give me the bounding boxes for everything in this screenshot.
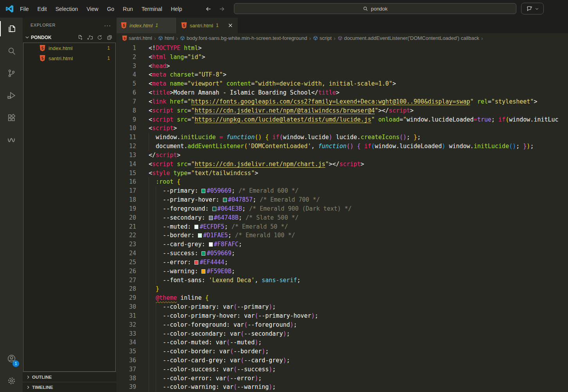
new-file-icon[interactable] bbox=[77, 34, 83, 41]
section-label: OUTLINE bbox=[32, 375, 52, 379]
code-line[interactable]: 35 --color-border: var(--border); bbox=[117, 347, 568, 356]
breadcrumb-item[interactable]: body.font-sans.bg-white.min-h-screen.tex… bbox=[180, 35, 307, 41]
code-line[interactable]: 36 --color-card-grey: var(--card-grey); bbox=[117, 356, 568, 365]
menu-help[interactable]: Help bbox=[167, 4, 187, 14]
code-line[interactable]: 33 --color-secondary: var(--secondary); bbox=[117, 329, 568, 338]
line-number: 16 bbox=[117, 177, 136, 186]
tab-santri.html[interactable]: 5santri.html1 bbox=[177, 18, 238, 33]
code-line[interactable]: 11 window.initLucide = function() { if(w… bbox=[117, 133, 568, 142]
code-line[interactable]: 2<html lang="id"> bbox=[117, 53, 568, 62]
indent-guide bbox=[156, 320, 156, 329]
code-line[interactable]: 1<!DOCTYPE html> bbox=[117, 44, 568, 53]
close-icon[interactable] bbox=[227, 22, 234, 29]
section-timeline[interactable]: TIMELINE bbox=[23, 382, 117, 392]
activity-item-extensions[interactable] bbox=[0, 107, 23, 129]
code-line[interactable]: 39 --color-warning: var(--warning); bbox=[117, 383, 568, 392]
code-line[interactable]: 5<meta name="viewport" content="width=de… bbox=[117, 79, 568, 88]
tab-label: santri.html bbox=[190, 23, 213, 29]
code-line[interactable]: 16 :root { bbox=[117, 177, 568, 186]
code-line[interactable]: 23 --card-grey: #F8FAFC; bbox=[117, 240, 568, 249]
command-center-search[interactable]: pondok bbox=[234, 3, 516, 14]
indent-guide bbox=[156, 311, 156, 320]
html5-file-icon: 5 bbox=[40, 45, 45, 51]
menu-file[interactable]: File bbox=[16, 4, 33, 14]
menu-terminal[interactable]: Terminal bbox=[137, 4, 167, 14]
new-folder-icon[interactable] bbox=[87, 34, 93, 41]
code-line[interactable]: 26 --warning: #F59E0B; bbox=[117, 267, 568, 276]
activity-item-w-extension[interactable] bbox=[0, 129, 23, 151]
menu-run[interactable]: Run bbox=[119, 4, 137, 14]
collapse-all-icon[interactable] bbox=[106, 34, 113, 41]
explorer-sidebar: EXPLORER ··· PONDOK 5index.html15santri.… bbox=[23, 18, 117, 392]
menu-edit[interactable]: Edit bbox=[33, 4, 51, 14]
breadcrumb-label: script bbox=[320, 35, 332, 41]
refresh-icon[interactable] bbox=[97, 34, 103, 41]
line-number: 38 bbox=[117, 374, 136, 383]
code-line[interactable]: 14<script src="https://cdn.jsdelivr.net/… bbox=[117, 160, 568, 169]
code-line-content: --border: #D1FAE5; /* Emerald 100 */ bbox=[149, 231, 295, 240]
activity-item-explorer[interactable] bbox=[0, 18, 23, 40]
breadcrumb-item[interactable]: document.addEventListener('DOMContentLoa… bbox=[338, 35, 479, 41]
breadcrumb-item[interactable]: script bbox=[313, 35, 332, 41]
file-row-index.html[interactable]: 5index.html1 bbox=[23, 43, 115, 53]
menu-selection[interactable]: Selection bbox=[51, 4, 83, 14]
code-line[interactable]: 4<meta charset="UTF-8"> bbox=[117, 70, 568, 79]
code-line[interactable]: 22 --border: #D1FAE5; /* Emerald 100 */ bbox=[117, 231, 568, 240]
activity-item-run-debug[interactable] bbox=[0, 84, 23, 107]
menu-go[interactable]: Go bbox=[102, 4, 119, 14]
indent-guide bbox=[149, 142, 149, 151]
chevron-right-icon bbox=[25, 385, 32, 390]
file-row-santri.html[interactable]: 5santri.html1 bbox=[23, 53, 115, 63]
code-line[interactable]: 3<head> bbox=[117, 62, 568, 71]
activity-item-source-control[interactable] bbox=[0, 62, 23, 84]
indent-guide bbox=[156, 240, 156, 249]
code-line[interactable]: 8<script src="https://cdn.jsdelivr.net/n… bbox=[117, 106, 568, 115]
code-line-content: <script src="https://cdn.jsdelivr.net/np… bbox=[149, 160, 364, 169]
folder-row-pondok[interactable]: PONDOK bbox=[23, 32, 117, 42]
code-line[interactable]: 7<link href="https://fonts.googleapis.co… bbox=[117, 97, 568, 106]
code-line[interactable]: 28 } bbox=[117, 285, 568, 294]
breadcrumb-item[interactable]: 5santri.html bbox=[122, 35, 152, 41]
activity-item-search[interactable] bbox=[0, 40, 23, 62]
section-outline[interactable]: OUTLINE bbox=[23, 372, 117, 382]
activity-item-accounts[interactable]: 1 bbox=[0, 347, 23, 370]
code-line[interactable]: 24 --success: #059669; bbox=[117, 249, 568, 258]
code-line[interactable]: 30 --color-primary: var(--primary); bbox=[117, 303, 568, 311]
code-line[interactable]: 29 @theme inline { bbox=[117, 294, 568, 303]
back-arrow-icon[interactable] bbox=[205, 5, 212, 13]
code-line[interactable]: 19 --foreground: #064E3B; /* Emerald 900… bbox=[117, 204, 568, 213]
code-line[interactable]: 9<script src="https://unpkg.com/lucide@l… bbox=[117, 115, 568, 124]
code-line-content: --color-muted: var(--muted); bbox=[149, 338, 262, 347]
code-line[interactable]: 6<title>Modern Amanah - Islamic Boarding… bbox=[117, 88, 568, 97]
file-name: santri.html bbox=[49, 55, 73, 61]
chevron-down-icon[interactable] bbox=[535, 7, 539, 11]
copilot-button[interactable] bbox=[521, 3, 544, 14]
activity-item-settings[interactable] bbox=[0, 370, 23, 392]
code-line[interactable]: 32 --color-foreground: var(--foreground)… bbox=[117, 320, 568, 329]
code-line[interactable]: 21 --muted: #ECFDF5; /* Emerald 50 */ bbox=[117, 222, 568, 231]
indent-guide bbox=[149, 365, 149, 374]
tab-index.html[interactable]: 5index.html1 bbox=[117, 18, 177, 33]
explorer-more-actions-icon[interactable]: ··· bbox=[104, 22, 111, 29]
code-line[interactable]: 17 --primary: #059669; /* Emerald 600 */ bbox=[117, 186, 568, 195]
color-swatch bbox=[198, 233, 202, 238]
code-editor[interactable]: 1<!DOCTYPE html>2<html lang="id">3<head>… bbox=[117, 43, 568, 392]
code-line[interactable]: 37 --color-success: var(--success); bbox=[117, 365, 568, 374]
code-line[interactable]: 31 --color-primary-hover: var(--primary-… bbox=[117, 311, 568, 320]
code-line[interactable]: 38 --color-error: var(--error); bbox=[117, 374, 568, 383]
breadcrumb-item[interactable]: html bbox=[158, 35, 174, 41]
code-line[interactable]: 20 --secondary: #64748B; /* Slate 500 */ bbox=[117, 213, 568, 222]
code-line[interactable]: 13</script> bbox=[117, 151, 568, 160]
code-line[interactable]: 25 --error: #EF4444; bbox=[117, 258, 568, 267]
code-line-content: --color-warning: var(--warning); bbox=[149, 383, 276, 392]
code-line[interactable]: 27 --font-sans: 'Lexend Deca', sans-seri… bbox=[117, 276, 568, 285]
code-line[interactable]: 34 --color-muted: var(--muted); bbox=[117, 338, 568, 347]
code-line[interactable]: 15<style type="text/tailwindcss"> bbox=[117, 169, 568, 178]
code-line[interactable]: 12 document.addEventListener('DOMContent… bbox=[117, 142, 568, 151]
forward-arrow-icon[interactable] bbox=[218, 5, 225, 13]
code-line[interactable]: 18 --primary-hover: #047857; /* Emerald … bbox=[117, 195, 568, 204]
indent-guide bbox=[149, 231, 149, 240]
menu-view[interactable]: View bbox=[82, 4, 102, 14]
code-line[interactable]: 10<script> bbox=[117, 124, 568, 133]
indent-guide bbox=[156, 356, 156, 365]
